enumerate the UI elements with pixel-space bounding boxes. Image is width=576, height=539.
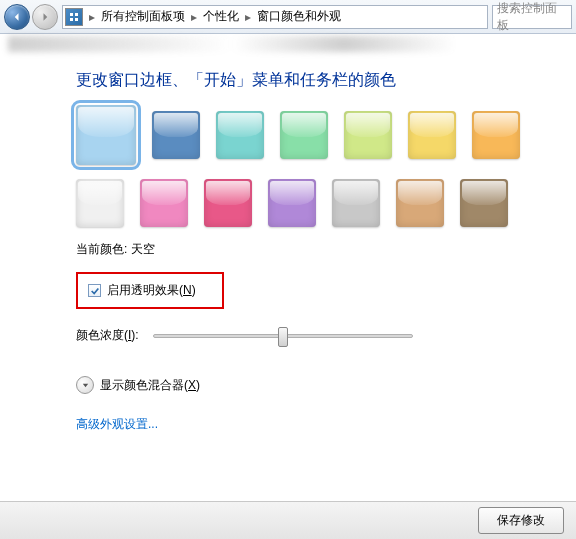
intensity-label: 颜色浓度(I): (76, 327, 139, 344)
color-swatch[interactable] (344, 111, 392, 159)
forward-button[interactable] (32, 4, 58, 30)
breadcrumb-item[interactable]: 所有控制面板项 (97, 8, 189, 25)
advanced-appearance-link[interactable]: 高级外观设置... (76, 416, 564, 433)
search-placeholder: 搜索控制面板 (497, 0, 567, 34)
save-button[interactable]: 保存修改 (478, 507, 564, 534)
mixer-label: 显示颜色混合器(X) (100, 377, 200, 394)
color-swatch[interactable] (280, 111, 328, 159)
intensity-row: 颜色浓度(I): (76, 327, 564, 344)
color-row-2 (76, 179, 564, 227)
transparency-checkbox[interactable] (88, 284, 101, 297)
navigation-bar: ▸ 所有控制面板项 ▸ 个性化 ▸ 窗口颜色和外观 搜索控制面板 (0, 0, 576, 34)
nav-buttons (4, 4, 58, 30)
chevron-down-icon (76, 376, 94, 394)
svg-rect-0 (70, 13, 73, 16)
chevron-right-icon: ▸ (243, 10, 253, 24)
svg-rect-3 (75, 18, 78, 21)
control-panel-icon (65, 8, 83, 26)
color-swatch[interactable] (140, 179, 188, 227)
chevron-right-icon: ▸ (189, 10, 199, 24)
color-swatch[interactable] (268, 179, 316, 227)
main-content: 更改窗口边框、「开始」菜单和任务栏的颜色 当前颜色: 天空 启用透明效果(N) … (0, 54, 576, 433)
intensity-slider[interactable] (153, 334, 413, 338)
color-swatch[interactable] (76, 105, 136, 165)
chevron-right-icon: ▸ (87, 10, 97, 24)
search-input[interactable]: 搜索控制面板 (492, 5, 572, 29)
color-swatch[interactable] (472, 111, 520, 159)
breadcrumb-item[interactable]: 窗口颜色和外观 (253, 8, 345, 25)
color-swatch[interactable] (216, 111, 264, 159)
color-swatch[interactable] (204, 179, 252, 227)
back-button[interactable] (4, 4, 30, 30)
color-swatch[interactable] (332, 179, 380, 227)
breadcrumb-item[interactable]: 个性化 (199, 8, 243, 25)
footer-bar: 保存修改 (0, 501, 576, 539)
slider-thumb[interactable] (278, 327, 288, 347)
current-color-value: 天空 (131, 242, 155, 256)
color-mixer-toggle[interactable]: 显示颜色混合器(X) (76, 376, 564, 394)
svg-rect-2 (70, 18, 73, 21)
address-bar[interactable]: ▸ 所有控制面板项 ▸ 个性化 ▸ 窗口颜色和外观 (62, 5, 488, 29)
color-swatch[interactable] (152, 111, 200, 159)
check-icon (90, 286, 100, 296)
color-swatch[interactable] (76, 179, 124, 227)
svg-rect-1 (75, 13, 78, 16)
color-row-1 (76, 111, 564, 165)
transparency-label: 启用透明效果(N) (107, 282, 196, 299)
transparency-checkbox-row[interactable]: 启用透明效果(N) (88, 282, 212, 299)
color-swatch[interactable] (396, 179, 444, 227)
transparency-highlight: 启用透明效果(N) (76, 272, 224, 309)
color-swatch[interactable] (408, 111, 456, 159)
breadcrumb: ▸ 所有控制面板项 ▸ 个性化 ▸ 窗口颜色和外观 (87, 8, 345, 25)
blurred-content (8, 36, 568, 52)
color-swatch[interactable] (460, 179, 508, 227)
current-color-label: 当前颜色: 天空 (76, 241, 564, 258)
page-title: 更改窗口边框、「开始」菜单和任务栏的颜色 (76, 70, 564, 91)
